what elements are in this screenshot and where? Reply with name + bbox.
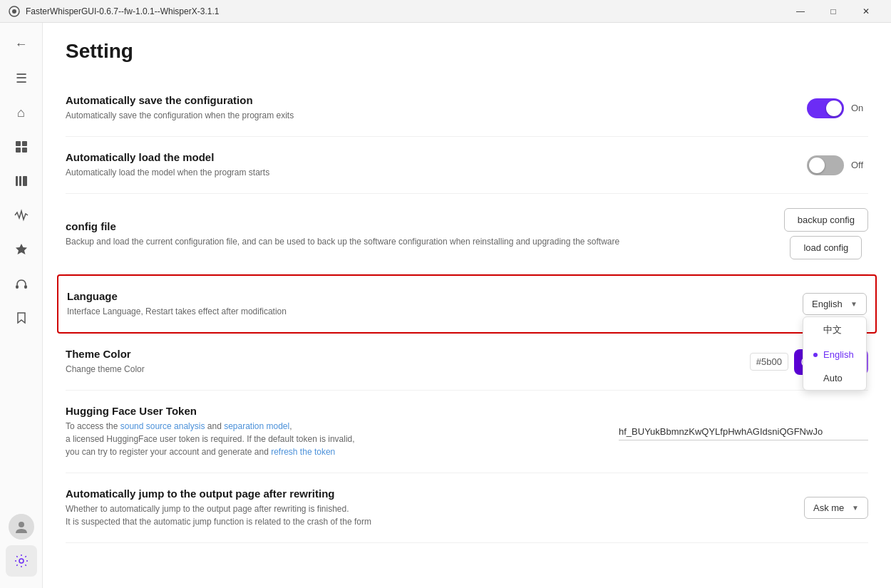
- setting-theme-color-desc: Change theme Color: [66, 363, 736, 376]
- minimize-button[interactable]: —: [784, 0, 817, 23]
- svg-rect-10: [16, 285, 19, 289]
- grid-icon: [14, 140, 29, 154]
- language-option-auto[interactable]: Auto: [803, 366, 866, 390]
- setting-theme-color-label: Theme Color: [66, 348, 736, 360]
- sidebar-item-headphones[interactable]: [6, 268, 37, 299]
- sidebar-item-bookmark[interactable]: [6, 302, 37, 334]
- auto-save-toggle-label: On: [851, 103, 868, 113]
- setting-config-file-control: backup config load config: [784, 208, 868, 259]
- setting-hf-token-control: [619, 423, 868, 440]
- svg-rect-11: [24, 285, 27, 289]
- maximize-button[interactable]: □: [817, 0, 850, 23]
- svg-rect-8: [23, 176, 27, 186]
- setting-language-label: Language: [67, 290, 788, 302]
- headphones-icon: [14, 277, 29, 291]
- backup-config-button[interactable]: backup config: [784, 208, 868, 232]
- sidebar-item-waveform[interactable]: [6, 200, 37, 231]
- ask-dropdown-wrapper: Ask me ▼: [804, 497, 868, 519]
- bookmark-icon: [14, 311, 29, 325]
- setting-language-text: Language Interface Language, Restart tak…: [67, 290, 788, 318]
- sidebar-item-back[interactable]: ←: [6, 29, 37, 60]
- svg-marker-9: [16, 244, 27, 254]
- toggle-thumb: [826, 100, 842, 116]
- library-icon: [14, 174, 29, 188]
- setting-language: Language Interface Language, Restart tak…: [57, 274, 877, 334]
- svg-rect-5: [22, 148, 27, 153]
- setting-hf-token-text: Hugging Face User Token To access the so…: [66, 405, 604, 458]
- setting-hf-token: Hugging Face User Token To access the so…: [66, 391, 868, 473]
- title-bar-controls: — □ ✕: [784, 0, 882, 23]
- main-content: Setting Automatically save the configura…: [43, 23, 891, 588]
- hf-token-input[interactable]: [619, 423, 868, 440]
- app-layout: ← ☰ ⌂: [0, 23, 891, 588]
- setting-auto-save-desc: Automatically save the configuration whe…: [66, 109, 793, 122]
- svg-rect-4: [16, 148, 21, 153]
- setting-theme-color: Theme Color Change theme Color #5b00: [66, 334, 868, 391]
- svg-point-13: [19, 559, 24, 563]
- setting-auto-save-control: On: [807, 98, 868, 118]
- sidebar-item-home[interactable]: ⌂: [6, 97, 37, 128]
- setting-auto-jump-text: Automatically jump to the output page af…: [66, 488, 790, 528]
- title-bar-left: FasterWhisperGUI-0.6.7--fw-1.0.1--Whispe…: [9, 6, 219, 17]
- setting-auto-load-desc: Automatically load the model when the pr…: [66, 166, 793, 179]
- menu-icon: ☰: [16, 71, 27, 86]
- ask-selected-value: Ask me: [813, 502, 844, 513]
- setting-config-file-text: config file Backup and load the current …: [66, 220, 770, 248]
- ask-chevron-icon: ▼: [852, 504, 859, 512]
- setting-auto-save-text: Automatically save the configuration Aut…: [66, 94, 793, 122]
- language-selected-value: English: [812, 299, 843, 309]
- setting-auto-save: Automatically save the configuration Aut…: [66, 80, 868, 137]
- title-bar: FasterWhisperGUI-0.6.7--fw-1.0.1--Whispe…: [0, 0, 891, 23]
- sidebar-item-menu[interactable]: ☰: [6, 63, 37, 94]
- language-option-en-label: English: [823, 349, 854, 360]
- home-icon: ⌂: [17, 105, 25, 120]
- language-option-zh-label: 中文: [823, 324, 842, 336]
- back-icon: ←: [15, 37, 28, 52]
- language-dropdown-button[interactable]: English ▼: [803, 293, 867, 315]
- setting-config-file: config file Backup and load the current …: [66, 194, 868, 274]
- check-dot-en: [813, 353, 818, 357]
- language-option-zh[interactable]: 中文: [803, 317, 866, 343]
- setting-auto-jump-control: Ask me ▼: [804, 497, 868, 519]
- setting-auto-load: Automatically load the model Automatical…: [66, 137, 868, 194]
- setting-auto-jump: Automatically jump to the output page af…: [66, 473, 868, 543]
- title-bar-title: FasterWhisperGUI-0.6.7--fw-1.0.1--Whispe…: [26, 6, 219, 16]
- setting-config-file-desc: Backup and load the current configuratio…: [66, 235, 770, 248]
- svg-rect-2: [16, 141, 21, 146]
- page-title: Setting: [66, 40, 868, 63]
- language-dropdown-wrapper: English ▼ 中文 English: [803, 293, 867, 315]
- language-dropdown-menu: 中文 English Auto: [803, 316, 867, 391]
- sidebar: ← ☰ ⌂: [0, 23, 43, 588]
- auto-save-toggle[interactable]: [807, 98, 844, 118]
- auto-load-toggle[interactable]: [807, 155, 844, 175]
- setting-hf-token-desc: To access the sound source analysis and …: [66, 420, 604, 458]
- setting-theme-color-text: Theme Color Change theme Color: [66, 348, 736, 376]
- setting-auto-jump-desc: Whether to automatically jump to the out…: [66, 502, 790, 528]
- sidebar-item-library[interactable]: [6, 165, 37, 197]
- setting-hf-token-label: Hugging Face User Token: [66, 405, 604, 417]
- language-chevron-icon: ▼: [850, 300, 857, 308]
- setting-auto-load-label: Automatically load the model: [66, 151, 793, 163]
- setting-auto-jump-label: Automatically jump to the output page af…: [66, 488, 790, 500]
- setting-language-control: English ▼ 中文 English: [803, 293, 867, 315]
- svg-point-12: [19, 522, 24, 527]
- sidebar-item-star[interactable]: [6, 234, 37, 265]
- settings-gear-icon: [14, 554, 29, 568]
- setting-config-file-label: config file: [66, 220, 770, 232]
- setting-auto-save-label: Automatically save the configuration: [66, 94, 793, 106]
- avatar: [9, 514, 34, 540]
- sidebar-item-grid[interactable]: [6, 131, 37, 163]
- star-icon: [14, 242, 29, 257]
- sidebar-item-avatar[interactable]: [6, 511, 37, 542]
- toggle-thumb-2: [809, 158, 825, 173]
- color-hex-display: #5b00: [750, 353, 788, 371]
- close-button[interactable]: ✕: [850, 0, 882, 23]
- ask-dropdown-button[interactable]: Ask me ▼: [804, 497, 868, 519]
- svg-rect-6: [16, 176, 18, 186]
- waveform-icon: [14, 208, 29, 222]
- load-config-button[interactable]: load config: [790, 236, 862, 259]
- svg-rect-7: [19, 176, 21, 186]
- app-icon: [9, 6, 20, 17]
- sidebar-item-settings[interactable]: [6, 545, 37, 577]
- language-option-en[interactable]: English: [803, 343, 866, 366]
